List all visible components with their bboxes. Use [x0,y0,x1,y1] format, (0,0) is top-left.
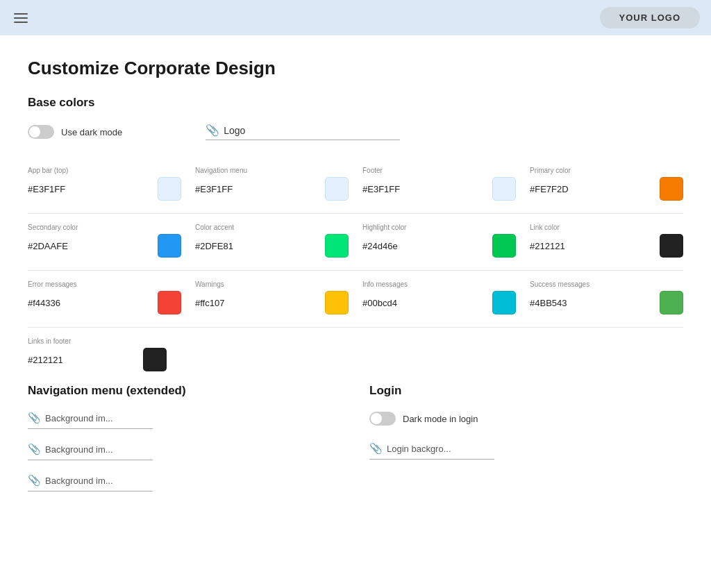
color-cell-accent: Color accent #2DFE81 [195,214,349,264]
color-swatch-primary[interactable] [660,177,683,201]
login-section: Login Dark mode in login 📎 Login backgro… [369,384,683,505]
color-value-secondary: #2DAAFE [28,241,152,251]
color-label-nav-menu: Navigation menu [195,167,349,174]
color-label-highlight: Highlight color [362,224,516,231]
color-cell-primary: Primary color #FE7F2D [530,157,683,208]
nav-extended-title: Navigation menu (extended) [28,384,342,398]
settings-row: Use dark mode 📎 Logo [28,124,683,140]
color-cell-app-bar: App bar (top) #E3F1FF [28,157,181,208]
color-swatch-app-bar[interactable] [158,177,181,201]
color-value-footer: #E3F1FF [362,184,487,194]
color-value-success: #4BB543 [530,298,654,308]
color-label-info: Info messages [362,280,516,288]
paperclip-icon-3: 📎 [28,474,41,487]
color-label-footer-links: Links in footer [28,337,167,345]
color-label-warnings: Warnings [195,280,349,288]
paperclip-icon-1: 📎 [28,412,41,424]
color-label-link: Link color [530,224,683,231]
color-value-highlight: #24d46e [362,241,487,251]
color-swatch-nav-menu[interactable] [325,177,349,201]
color-cell-link: Link color #212121 [530,214,683,264]
color-row-3: Error messages #f44336 Warnings #ffc107 … [28,271,683,328]
color-value-error: #f44336 [28,298,152,308]
login-bg-label: Login backgro... [387,444,451,454]
color-swatch-success[interactable] [660,291,683,314]
color-swatch-warnings[interactable] [325,291,349,314]
logo-field-label: Logo [224,125,245,136]
color-cell-nav-menu: Navigation menu #E3F1FF [195,157,349,208]
nav-bg-label-2: Background im... [45,444,113,455]
paperclip-icon-2: 📎 [28,443,41,455]
nav-bg-upload-1[interactable]: 📎 Background im... [28,412,153,429]
color-label-success: Success messages [530,280,683,288]
color-cell-success: Success messages #4BB543 [530,271,683,321]
color-cell-error: Error messages #f44336 [28,271,181,321]
color-label-footer: Footer [362,167,516,174]
hamburger-menu[interactable] [11,10,31,26]
color-value-footer-links: #212121 [28,355,137,365]
color-row-1: App bar (top) #E3F1FF Navigation menu #E… [28,157,683,214]
color-label-secondary: Secondary color [28,224,181,231]
color-swatch-error[interactable] [158,291,181,314]
color-value-nav-menu: #E3F1FF [195,184,319,194]
color-swatch-highlight[interactable] [492,234,516,258]
color-cell-warnings: Warnings #ffc107 [195,271,349,321]
nav-bg-label-3: Background im... [45,476,113,486]
page-title: Customize Corporate Design [28,58,683,79]
color-row-2: Secondary color #2DAAFE Color accent #2D… [28,214,683,271]
main-content: Customize Corporate Design Base colors U… [0,35,711,588]
color-cell-secondary: Secondary color #2DAAFE [28,214,181,264]
logo-upload-field[interactable]: 📎 Logo [206,124,400,140]
login-dark-mode-group: Dark mode in login [369,412,683,426]
paperclip-icon: 📎 [206,124,219,137]
dark-mode-group: Use dark mode [28,125,122,139]
paperclip-icon-login: 📎 [369,442,383,455]
color-cell-info: Info messages #00bcd4 [362,271,516,321]
nav-bg-upload-3[interactable]: 📎 Background im... [28,474,153,492]
color-swatch-link[interactable] [660,234,683,258]
color-rows: App bar (top) #E3F1FF Navigation menu #E… [28,157,683,378]
color-label-app-bar: App bar (top) [28,167,181,174]
color-label-error: Error messages [28,280,181,288]
color-cell-footer: Footer #E3F1FF [362,157,516,208]
color-cell-footer-links: Links in footer #212121 [28,337,167,371]
color-cell-highlight: Highlight color #24d46e [362,214,516,264]
bottom-sections: Navigation menu (extended) 📎 Background … [28,384,683,505]
color-swatch-accent[interactable] [325,234,349,258]
color-swatch-footer[interactable] [492,177,516,201]
login-title: Login [369,384,683,398]
color-swatch-secondary[interactable] [158,234,181,258]
top-bar: YOUR LoGo [0,0,711,35]
color-value-warnings: #ffc107 [195,298,319,308]
login-bg-upload[interactable]: 📎 Login backgro... [369,442,494,460]
color-value-link: #212121 [530,241,654,251]
nav-extended-section: Navigation menu (extended) 📎 Background … [28,384,342,505]
color-swatch-footer-links[interactable] [143,348,167,371]
color-value-accent: #2DFE81 [195,241,319,251]
dark-mode-label: Use dark mode [61,127,122,137]
dark-mode-toggle[interactable] [28,125,54,139]
color-value-app-bar: #E3F1FF [28,184,152,194]
color-value-primary: #FE7F2D [530,184,654,194]
login-dark-mode-label: Dark mode in login [403,414,478,424]
nav-bg-upload-2[interactable]: 📎 Background im... [28,443,153,460]
color-label-accent: Color accent [195,224,349,231]
footer-links-row: Links in footer #212121 [28,328,683,378]
nav-bg-label-1: Background im... [45,413,113,423]
logo-button[interactable]: YOUR LoGo [600,7,700,28]
color-label-primary: Primary color [530,167,683,174]
color-value-info: #00bcd4 [362,298,487,308]
color-swatch-info[interactable] [492,291,516,314]
login-dark-mode-toggle[interactable] [369,412,396,426]
base-colors-title: Base colors [28,96,683,110]
